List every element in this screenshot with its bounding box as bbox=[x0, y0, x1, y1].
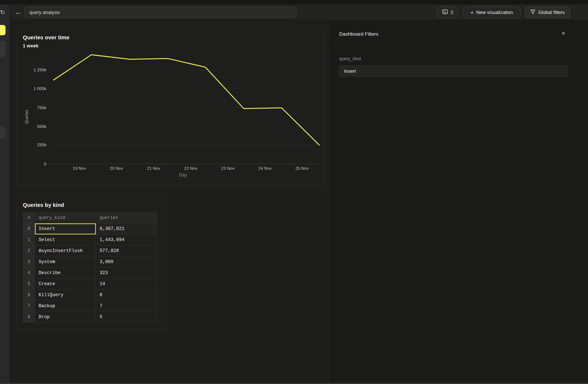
cell-queries[interactable]: 8 bbox=[96, 290, 157, 301]
table-row: 7 Backup 7 bbox=[23, 301, 157, 312]
queries-by-kind-table: # query_kind queries 0 Insert 8,307,021 … bbox=[23, 212, 157, 323]
row-index: 5 bbox=[23, 279, 35, 290]
table-row: 3 System 3,060 bbox=[23, 256, 157, 268]
dashboard-title-input[interactable] bbox=[25, 7, 297, 18]
table-header-row: # query_kind queries bbox=[23, 212, 157, 223]
queries-by-kind-card: Queries by kind # query_kind queries 0 I… bbox=[17, 194, 166, 330]
column-header-index: # bbox=[23, 212, 35, 223]
cell-query-kind[interactable]: AsyncInsertFlush bbox=[35, 245, 96, 256]
table-row: 8 Drop 5 bbox=[23, 312, 157, 323]
row-index: 0 bbox=[23, 223, 35, 234]
row-index: 2 bbox=[23, 245, 35, 256]
cell-query-kind[interactable]: Select bbox=[35, 234, 96, 245]
table-row: 4 Describe 323 bbox=[23, 268, 157, 279]
table-row: 5 Create 14 bbox=[23, 279, 157, 290]
cell-queries[interactable]: 7 bbox=[96, 301, 157, 312]
chart-subtitle: 1 week bbox=[23, 43, 39, 49]
cell-query-kind-selected[interactable]: Insert bbox=[35, 223, 96, 234]
svg-text:24 Nov: 24 Nov bbox=[258, 166, 272, 171]
chart-title: Queries over time bbox=[23, 34, 69, 40]
cell-query-kind[interactable]: Create bbox=[35, 279, 96, 290]
cell-queries[interactable]: 323 bbox=[96, 268, 157, 279]
back-arrow-icon[interactable]: ← bbox=[14, 8, 23, 17]
svg-text:500k: 500k bbox=[37, 124, 46, 129]
cell-queries[interactable]: 5 bbox=[96, 312, 157, 323]
table-title: Queries by kind bbox=[23, 202, 64, 208]
queries-line-chart: 1 250k 1 000k 750k 500k 250k 0 19 Nov 20… bbox=[17, 51, 325, 182]
x-axis-ticks: 19 Nov 20 Nov 21 Nov 22 Nov 23 Nov 24 No… bbox=[73, 166, 309, 171]
filters-panel-title: Dashboard Filters bbox=[339, 31, 379, 37]
dashboard-filters-panel: Dashboard Filters ✕ query_kind bbox=[331, 20, 588, 384]
svg-text:0: 0 bbox=[44, 162, 46, 166]
funnel-icon bbox=[530, 9, 535, 15]
svg-text:19 Nov: 19 Nov bbox=[73, 166, 86, 171]
row-index: 3 bbox=[23, 256, 35, 268]
queries-line bbox=[54, 55, 319, 145]
global-filters-button[interactable]: Global filters bbox=[525, 7, 570, 18]
row-index: 4 bbox=[23, 268, 35, 279]
cell-query-kind[interactable]: Describe bbox=[35, 268, 96, 279]
history-icon[interactable]: ↻ bbox=[0, 8, 7, 17]
global-filters-label: Global filters bbox=[538, 10, 564, 15]
cell-queries[interactable]: 3,060 bbox=[96, 256, 157, 268]
table-row: 2 AsyncInsertFlush 577,820 bbox=[23, 245, 157, 256]
toolbar: ← 2 + New visualization Global filters bbox=[10, 4, 588, 20]
table-row: 6 KillQuery 8 bbox=[23, 290, 157, 301]
sidebar-divider bbox=[0, 21, 10, 21]
y-axis-ticks: 1 250k 1 000k 750k 500k 250k 0 bbox=[33, 68, 46, 166]
left-sidebar: ↻ bbox=[0, 4, 10, 384]
row-index: 6 bbox=[23, 290, 35, 301]
panel-divider bbox=[331, 46, 588, 46]
row-index: 1 bbox=[23, 234, 35, 245]
cell-queries[interactable]: 8,307,021 bbox=[96, 223, 157, 234]
svg-text:1 000k: 1 000k bbox=[33, 86, 46, 91]
cell-query-kind[interactable]: System bbox=[35, 256, 96, 268]
svg-text:20 Nov: 20 Nov bbox=[110, 166, 123, 171]
new-visualization-button[interactable]: + New visualization bbox=[463, 7, 520, 18]
chart-gridlines bbox=[49, 70, 319, 145]
svg-text:22 Nov: 22 Nov bbox=[184, 166, 198, 171]
cell-queries[interactable]: 577,820 bbox=[96, 245, 157, 256]
sidebar-item[interactable] bbox=[0, 127, 6, 138]
y-axis-label: Queries bbox=[24, 110, 29, 124]
cell-queries[interactable]: 14 bbox=[96, 279, 157, 290]
plus-icon: + bbox=[470, 9, 474, 15]
query-kind-filter-input[interactable] bbox=[339, 65, 568, 77]
console-icon bbox=[442, 9, 448, 16]
row-index: 7 bbox=[23, 301, 35, 312]
sidebar-item[interactable] bbox=[0, 41, 6, 57]
svg-text:250k: 250k bbox=[37, 143, 46, 147]
cell-query-kind[interactable]: Drop bbox=[35, 312, 96, 323]
table-row: 1 Select 1,443,894 bbox=[23, 234, 157, 245]
console-count-button[interactable]: 2 bbox=[437, 7, 458, 18]
cell-query-kind[interactable]: KillQuery bbox=[35, 290, 96, 301]
row-index: 8 bbox=[23, 312, 35, 323]
column-header-query-kind: query_kind bbox=[35, 212, 96, 223]
column-header-queries: queries bbox=[96, 212, 157, 223]
x-axis-label: Day bbox=[179, 172, 187, 177]
close-icon[interactable]: ✕ bbox=[560, 30, 567, 37]
filter-field-label: query_kind bbox=[339, 56, 361, 61]
queries-over-time-card: Queries over time 1 week 1 250k 1 000k 7… bbox=[17, 26, 324, 187]
main-content: Queries over time 1 week 1 250k 1 000k 7… bbox=[10, 20, 331, 384]
sidebar-item-active[interactable] bbox=[0, 25, 6, 35]
svg-text:23 Nov: 23 Nov bbox=[221, 166, 235, 171]
new-visualization-label: New visualization bbox=[476, 10, 513, 15]
svg-text:750k: 750k bbox=[37, 105, 46, 110]
console-count: 2 bbox=[451, 10, 453, 15]
svg-text:1 250k: 1 250k bbox=[33, 68, 46, 72]
table-row: 0 Insert 8,307,021 bbox=[23, 223, 157, 234]
svg-text:25 Nov: 25 Nov bbox=[295, 166, 309, 171]
cell-queries[interactable]: 1,443,894 bbox=[96, 234, 157, 245]
cell-query-kind[interactable]: Backup bbox=[35, 301, 96, 312]
svg-text:21 Nov: 21 Nov bbox=[147, 166, 161, 171]
